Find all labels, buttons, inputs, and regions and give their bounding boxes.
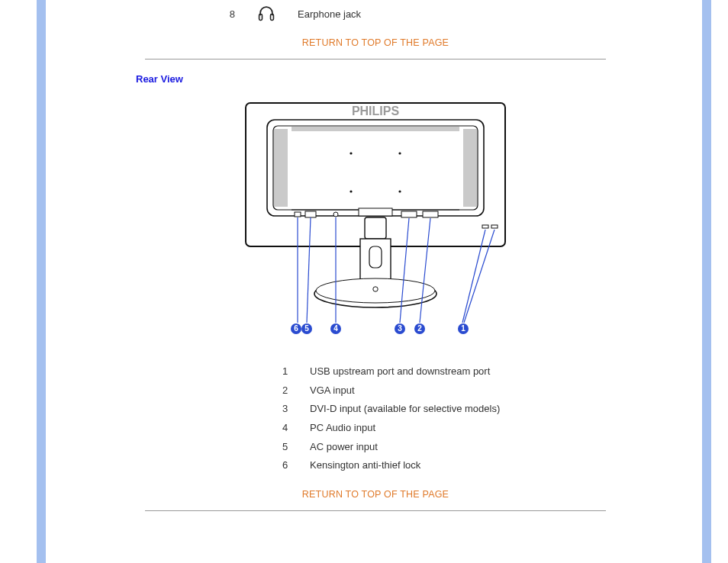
right-margin-rail: [702, 0, 711, 563]
rear-view-legend: 1USB upstream port and downstream port 2…: [282, 362, 652, 475]
svg-point-28: [350, 190, 352, 192]
svg-text:1: 1: [461, 324, 465, 333]
svg-rect-35: [401, 211, 417, 217]
svg-text:3: 3: [398, 324, 402, 333]
svg-text:2: 2: [417, 324, 422, 333]
legend-row: 4PC Audio input: [282, 419, 652, 438]
legend-row: 5AC power input: [282, 438, 652, 457]
svg-rect-39: [365, 217, 386, 239]
legend-row: 1USB upstream port and downstream port: [282, 362, 652, 381]
svg-rect-37: [482, 225, 488, 228]
svg-rect-31: [295, 212, 301, 217]
return-to-top-link-1[interactable]: RETURN TO TOP OF THE PAGE: [99, 37, 652, 48]
legend-row: 6Kensington anti-thief lock: [282, 456, 652, 475]
section-divider-2: [145, 510, 606, 511]
page-content: 8 Earphone jack RETURN TO TOP OF THE PAG…: [53, 0, 697, 563]
svg-point-33: [333, 212, 338, 217]
legend-row: 3DVI-D input (available for selective mo…: [282, 400, 652, 419]
svg-rect-41: [369, 246, 382, 268]
row-number: 8: [221, 8, 235, 20]
svg-rect-38: [491, 225, 498, 228]
svg-rect-32: [305, 211, 316, 217]
front-view-row-8: 8 Earphone jack: [221, 0, 652, 24]
svg-point-27: [398, 152, 401, 154]
row-label: Earphone jack: [298, 8, 361, 20]
left-margin-rail: [37, 0, 46, 563]
svg-point-44: [373, 287, 378, 291]
svg-point-26: [350, 152, 352, 154]
svg-point-29: [398, 190, 401, 192]
svg-text:4: 4: [333, 324, 338, 333]
legend-row: 2VGA input: [282, 381, 652, 401]
brand-label: PHILIPS: [352, 105, 400, 117]
rear-view-figure: PHILIPS: [99, 94, 652, 346]
svg-text:5: 5: [304, 324, 309, 333]
svg-text:6: 6: [294, 324, 298, 333]
svg-rect-4: [273, 126, 478, 210]
rear-view-heading: Rear View: [136, 73, 652, 85]
return-to-top-link-2[interactable]: RETURN TO TOP OF THE PAGE: [99, 489, 652, 500]
svg-rect-36: [423, 211, 438, 217]
section-divider-1: [145, 59, 606, 60]
svg-rect-34: [359, 208, 392, 216]
headphone-icon: [256, 5, 276, 24]
